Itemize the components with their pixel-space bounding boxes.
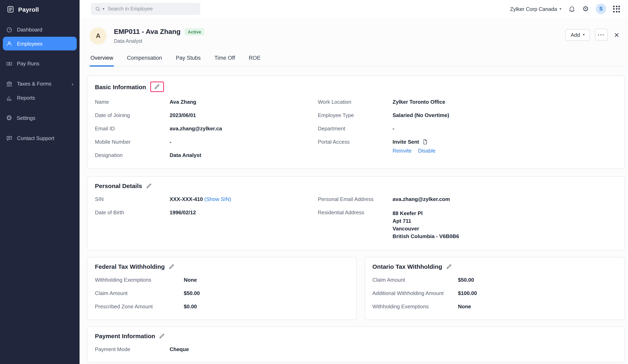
field-row: Claim Amount$50.00 bbox=[95, 287, 349, 300]
invite-sent-icon bbox=[422, 139, 428, 145]
chevron-down-icon: ▾ bbox=[559, 7, 561, 11]
chevron-right-icon: › bbox=[72, 81, 74, 87]
field-row: Department- bbox=[318, 122, 617, 135]
app-title: Payroll bbox=[18, 6, 39, 13]
employee-designation: Data Analyst bbox=[114, 38, 204, 44]
ontario-tax-card: Ontario Tax Withholding Claim Amount$50.… bbox=[365, 257, 625, 320]
basic-information-card: Basic Information NameAva Zhang Date of … bbox=[87, 75, 625, 169]
sidebar-item-pay-runs[interactable]: Pay Runs bbox=[0, 57, 79, 71]
field-row: Employee TypeSalaried (No Overtime) bbox=[318, 109, 617, 122]
reinvite-link[interactable]: Reinvite bbox=[392, 148, 411, 154]
card-title: Basic Information bbox=[95, 83, 146, 90]
tab-compensation[interactable]: Compensation bbox=[126, 55, 163, 66]
federal-tax-card: Federal Tax Withholding Withholding Exem… bbox=[87, 257, 357, 320]
settings-button[interactable]: ⚙ bbox=[582, 5, 589, 12]
field-row: Email IDava.zhang@zylker.ca bbox=[95, 122, 318, 135]
bell-icon bbox=[568, 5, 575, 12]
more-options-button[interactable]: ··· bbox=[595, 29, 608, 41]
search-input[interactable] bbox=[108, 6, 196, 12]
topbar-actions: Zylker Corp Canada ▾ ⚙ S bbox=[510, 4, 620, 14]
field-row: Date of Joining2023/06/01 bbox=[95, 109, 318, 122]
pencil-icon bbox=[146, 183, 152, 189]
add-button[interactable]: Add ▾ bbox=[565, 29, 590, 41]
pencil-icon bbox=[159, 333, 165, 339]
pencil-icon bbox=[169, 264, 174, 269]
sidebar-item-label: Pay Runs bbox=[17, 61, 39, 66]
sidebar-item-label: Dashboard bbox=[17, 27, 42, 33]
personal-details-card: Personal Details SIN XXX-XXX-410 (Show S… bbox=[87, 176, 625, 251]
close-button[interactable]: × bbox=[614, 30, 619, 39]
sidebar-item-label: Employees bbox=[17, 41, 43, 47]
edit-federal-tax-button[interactable] bbox=[169, 264, 174, 269]
tab-roe[interactable]: ROE bbox=[248, 55, 261, 66]
main-area: ▾ Zylker Corp Canada ▾ ⚙ S bbox=[79, 0, 628, 364]
personal-left-column: SIN XXX-XXX-410 (Show SIN) Date of Birth… bbox=[95, 192, 318, 244]
tax-cards-row: Federal Tax Withholding Withholding Exem… bbox=[87, 257, 625, 320]
card-title: Federal Tax Withholding bbox=[95, 263, 165, 270]
tab-overview[interactable]: Overview bbox=[90, 55, 114, 66]
field-row: NameAva Zhang bbox=[95, 95, 318, 109]
sidebar-item-contact-support[interactable]: Contact Support bbox=[0, 131, 79, 145]
chevron-down-icon: ▾ bbox=[583, 33, 585, 37]
dashboard-icon bbox=[6, 26, 12, 33]
sidebar-item-dashboard[interactable]: Dashboard bbox=[0, 23, 79, 37]
field-row: Personal Email Address ava.zhang@zylker.… bbox=[318, 192, 617, 206]
sidebar-item-taxes-forms[interactable]: Taxes & Forms › bbox=[0, 77, 79, 91]
card-title: Ontario Tax Withholding bbox=[372, 263, 442, 270]
sidebar-item-reports[interactable]: Reports bbox=[0, 91, 79, 105]
page-content: A EMP011 - Ava Zhang Active Data Analyst… bbox=[79, 18, 628, 364]
chat-icon bbox=[6, 135, 12, 141]
employee-title: EMP011 - Ava Zhang bbox=[114, 28, 180, 36]
search-icon bbox=[95, 6, 101, 12]
field-row: Date of Birth 1996/02/12 bbox=[95, 206, 318, 219]
edit-payment-information-button[interactable] bbox=[159, 333, 165, 339]
gear-icon: ⚙ bbox=[6, 115, 12, 121]
show-sin-link[interactable]: (Show SIN) bbox=[204, 196, 231, 202]
search-scope-caret-icon[interactable]: ▾ bbox=[103, 7, 104, 11]
add-button-label: Add bbox=[571, 32, 580, 38]
notifications-button[interactable] bbox=[568, 5, 575, 12]
card-title: Payment Information bbox=[95, 333, 155, 339]
apps-grid-icon[interactable] bbox=[613, 5, 620, 12]
tab-pay-stubs[interactable]: Pay Stubs bbox=[175, 55, 202, 66]
field-row: Withholding ExemptionsNone bbox=[95, 273, 349, 287]
edit-personal-details-button[interactable] bbox=[146, 183, 152, 189]
field-row: Mobile Number- bbox=[95, 135, 318, 148]
basic-info-right-column: Work LocationZylker Toronto Office Emplo… bbox=[318, 95, 617, 162]
field-row: Claim Amount$50.00 bbox=[372, 273, 617, 287]
org-selector[interactable]: Zylker Corp Canada ▾ bbox=[510, 6, 561, 12]
sidebar: Payroll Dashboard Employees Pay Runs Tax… bbox=[0, 0, 79, 364]
annotation-highlight-box bbox=[150, 81, 164, 92]
field-row: Payment ModeCheque bbox=[95, 343, 617, 356]
taxes-forms-icon bbox=[6, 80, 12, 87]
address-value: 88 Keefer Pl Apt 711 Vancouver British C… bbox=[392, 209, 459, 240]
card-title: Personal Details bbox=[95, 182, 142, 189]
employee-header: A EMP011 - Ava Zhang Active Data Analyst… bbox=[87, 27, 625, 44]
sidebar-item-label: Contact Support bbox=[17, 135, 54, 141]
tab-time-off[interactable]: Time Off bbox=[214, 55, 236, 66]
sin-row: SIN XXX-XXX-410 (Show SIN) bbox=[95, 192, 318, 206]
field-row: Additional Withholding Amount$100.00 bbox=[372, 287, 617, 300]
portal-status: Invite Sent bbox=[392, 139, 419, 145]
address-row: Residential Address 88 Keefer Pl Apt 711… bbox=[318, 206, 617, 244]
sin-value: XXX-XXX-410 bbox=[170, 196, 203, 202]
sidebar-item-label: Settings bbox=[17, 115, 36, 121]
sidebar-item-settings[interactable]: ⚙ Settings bbox=[0, 111, 79, 125]
field-row: Prescribed Zone Amount$0.00 bbox=[95, 300, 349, 313]
disable-link[interactable]: Disable bbox=[418, 148, 436, 154]
pencil-icon bbox=[154, 84, 160, 90]
edit-basic-information-button[interactable] bbox=[154, 84, 160, 90]
field-row: Withholding ExemptionsNone bbox=[372, 300, 617, 313]
basic-info-left-column: NameAva Zhang Date of Joining2023/06/01 … bbox=[95, 95, 318, 162]
user-avatar[interactable]: S bbox=[596, 4, 606, 14]
edit-ontario-tax-button[interactable] bbox=[446, 264, 452, 269]
payroll-logo-icon bbox=[6, 5, 14, 13]
pencil-icon bbox=[446, 264, 452, 269]
employee-avatar: A bbox=[90, 27, 107, 44]
sidebar-item-employees[interactable]: Employees bbox=[3, 37, 77, 51]
gear-icon: ⚙ bbox=[582, 5, 589, 12]
org-name: Zylker Corp Canada bbox=[510, 6, 557, 12]
search-bar[interactable]: ▾ bbox=[91, 3, 200, 15]
tab-bar: Overview Compensation Pay Stubs Time Off… bbox=[87, 55, 625, 66]
topbar: ▾ Zylker Corp Canada ▾ ⚙ S bbox=[79, 0, 628, 18]
